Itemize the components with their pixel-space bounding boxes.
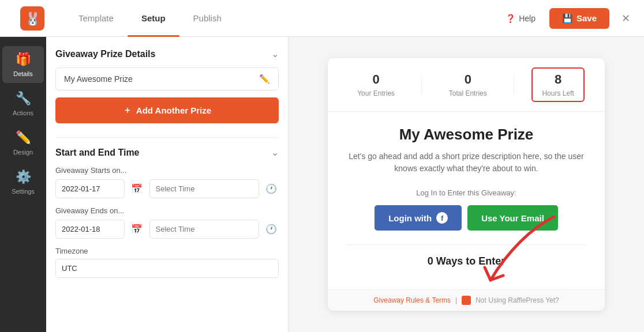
stat-divider-2 (514, 74, 514, 95)
card-footer: Giveaway Rules & Terms | Not Using Raffl… (328, 289, 605, 311)
prize-section-header[interactable]: Giveaway Prize Details ⌄ (55, 48, 279, 59)
login-buttons: Login with f Use Your Email (346, 205, 586, 231)
end-time-input[interactable] (149, 220, 259, 239)
sidebar-item-design[interactable]: ✏️ Design (2, 124, 44, 161)
plus-icon: ＋ (123, 105, 132, 116)
hours-left-stat: 8 Hours Left (531, 67, 584, 102)
total-entries-label: Total Entries (449, 89, 487, 97)
raffle-logo-icon (462, 296, 471, 305)
sidebar-item-actions[interactable]: 🔧 Actions (2, 85, 44, 122)
end-date-row: 📅 🕐 (55, 220, 279, 239)
stat-divider-1 (421, 74, 422, 95)
nav-tab-template[interactable]: Template (65, 0, 128, 37)
total-entries-value: 0 (465, 72, 471, 87)
hours-left-label: Hours Left (542, 89, 574, 97)
nav-tab-setup[interactable]: Setup (128, 0, 179, 37)
chevron-down-icon-2: ⌄ (271, 147, 279, 158)
clock-icon-end[interactable]: 🕐 (264, 220, 279, 239)
top-nav: 🐰 Template Setup Publish ❓ Help 💾 Save ✕ (0, 0, 644, 37)
calendar-icon-end[interactable]: 📅 (129, 220, 145, 239)
logo: 🐰 (9, 6, 55, 31)
design-icon: ✏️ (16, 130, 31, 145)
total-entries-stat: 0 Total Entries (440, 69, 496, 101)
help-button[interactable]: ❓ Help (499, 10, 542, 27)
your-entries-stat: 0 Your Entries (348, 69, 404, 101)
section-divider (55, 137, 279, 138)
card-body: My Awesome Prize Let's go ahead and add … (328, 112, 605, 289)
starts-label: Giveaway Starts on... (55, 166, 279, 175)
sidebar: 🎁 Details 🔧 Actions ✏️ Design ⚙️ Setting… (0, 37, 46, 332)
nav-right: ❓ Help 💾 Save ✕ (499, 8, 635, 29)
save-button[interactable]: 💾 Save (549, 8, 609, 29)
svg-text:🐰: 🐰 (25, 11, 41, 27)
actions-icon: 🔧 (16, 91, 31, 106)
hours-left-value: 8 (555, 72, 561, 87)
add-prize-button[interactable]: ＋ Add Another Prize (55, 97, 279, 123)
nav-tabs: Template Setup Publish (65, 0, 499, 37)
ends-label: Giveaway Ends on... (55, 206, 279, 215)
edit-icon[interactable]: ✏️ (259, 74, 270, 84)
start-time-input[interactable] (149, 179, 259, 198)
timezone-input[interactable] (55, 259, 279, 278)
giveaway-card: 0 Your Entries 0 Total Entries 8 Hours L… (328, 58, 605, 311)
sidebar-item-details[interactable]: 🎁 Details (2, 46, 44, 83)
prize-item: My Awesome Prize ✏️ (55, 67, 279, 90)
email-login-button[interactable]: Use Your Email (467, 205, 558, 231)
help-icon: ❓ (506, 14, 515, 23)
ways-to-enter: 0 Ways to Enter (346, 244, 586, 267)
content-panel: Giveaway Prize Details ⌄ My Awesome Priz… (46, 37, 289, 332)
time-section-title: Start and End Time (55, 148, 140, 158)
chevron-down-icon: ⌄ (271, 48, 279, 59)
footer-rules-link[interactable]: Giveaway Rules & Terms (373, 296, 451, 304)
time-section-header[interactable]: Start and End Time ⌄ (55, 147, 279, 158)
gift-icon: 🎁 (16, 52, 31, 67)
login-with-label: Login with (388, 213, 432, 223)
preview-prize-desc: Let's go ahead and add a short prize des… (346, 150, 586, 175)
facebook-login-button[interactable]: Login with f (375, 205, 462, 231)
preview-prize-title: My Awesome Prize (346, 126, 586, 144)
facebook-icon: f (436, 212, 448, 224)
sidebar-item-settings[interactable]: ⚙️ Settings (2, 164, 44, 201)
prize-item-label: My Awesome Prize (64, 74, 133, 84)
end-date-input[interactable] (55, 220, 125, 239)
start-date-input[interactable] (55, 179, 125, 198)
login-prompt: Log In to Enter this Giveaway: (346, 188, 586, 197)
save-icon: 💾 (562, 13, 573, 24)
timezone-label: Timezone (55, 247, 279, 255)
your-entries-value: 0 (373, 72, 380, 87)
prize-section-title: Giveaway Prize Details (55, 49, 155, 59)
nav-tab-publish[interactable]: Publish (179, 0, 235, 37)
calendar-icon-start[interactable]: 📅 (129, 180, 145, 198)
start-date-row: 📅 🕐 (55, 179, 279, 198)
main-layout: 🎁 Details 🔧 Actions ✏️ Design ⚙️ Setting… (0, 37, 644, 332)
settings-icon: ⚙️ (16, 169, 31, 184)
footer-cta[interactable]: Not Using RafflePress Yet? (475, 296, 559, 304)
footer-separator: | (455, 296, 457, 304)
clock-icon-start[interactable]: 🕐 (264, 180, 279, 198)
preview-panel: 0 Your Entries 0 Total Entries 8 Hours L… (289, 37, 644, 332)
stats-row: 0 Your Entries 0 Total Entries 8 Hours L… (328, 58, 605, 112)
close-button[interactable]: ✕ (616, 9, 635, 28)
your-entries-label: Your Entries (357, 89, 395, 97)
